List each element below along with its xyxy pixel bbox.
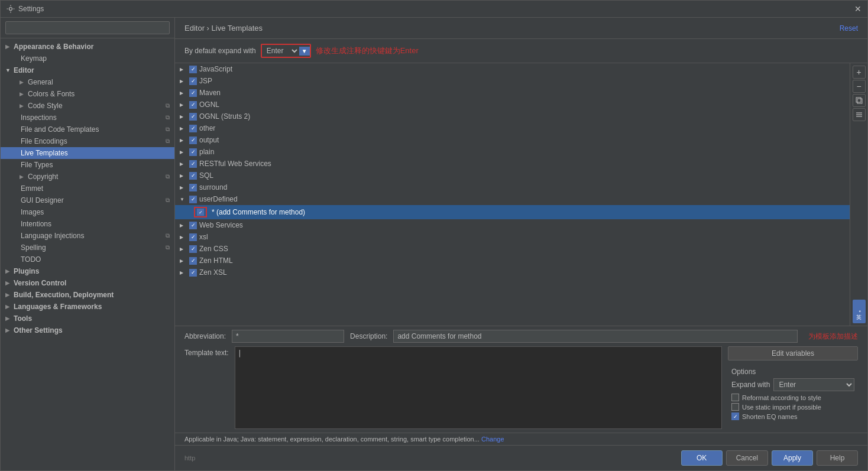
- group-arrow-icon: ▶: [180, 270, 187, 275]
- tpl-group-zen-css[interactable]: ▶ ✓ Zen CSS: [175, 243, 850, 255]
- tpl-group-userdefined[interactable]: ▼ ✓ userDefined: [175, 193, 850, 205]
- group-checkbox[interactable]: ✓: [189, 125, 197, 132]
- sidebar-item-live-templates[interactable]: Live Templates: [1, 147, 174, 159]
- description-input[interactable]: [393, 330, 798, 343]
- group-checkbox[interactable]: ✓: [189, 269, 197, 277]
- sidebar-item-file-encodings[interactable]: File Encodings ⧉: [1, 135, 174, 147]
- sidebar-item-copyright[interactable]: ▶ Copyright ⧉: [1, 171, 174, 183]
- group-checkbox[interactable]: ✓: [189, 137, 197, 144]
- edit-variables-button[interactable]: Edit variables: [728, 346, 858, 360]
- group-checkbox[interactable]: ✓: [189, 222, 197, 229]
- sidebar-item-code-style[interactable]: ▶ Code Style ⧉: [1, 100, 174, 112]
- group-checkbox[interactable]: ✓: [189, 196, 197, 203]
- copy-icon: ⧉: [166, 197, 170, 204]
- tpl-group-plain[interactable]: ▶ ✓ plain: [175, 146, 850, 158]
- tpl-group-ognl[interactable]: ▶ ✓ OGNL: [175, 99, 850, 111]
- arrow-icon: ▶: [20, 174, 25, 180]
- tpl-group-web-services[interactable]: ▶ ✓ Web Services: [175, 219, 850, 231]
- group-checkbox[interactable]: ✓: [189, 89, 197, 97]
- move-template-button[interactable]: [853, 108, 866, 121]
- sidebar-item-tools[interactable]: ▶ Tools: [1, 313, 174, 324]
- sidebar-item-plugins[interactable]: ▶ Plugins: [1, 265, 174, 277]
- sidebar-item-version-control[interactable]: ▶ Version Control: [1, 277, 174, 289]
- template-text-editor[interactable]: |: [235, 346, 722, 429]
- sidebar-item-intentions[interactable]: Intentions: [1, 218, 174, 230]
- sidebar-item-colors-fonts[interactable]: ▶ Colors & Fonts: [1, 88, 174, 100]
- sidebar-item-label: General: [28, 78, 53, 86]
- expand-select[interactable]: Enter Tab Space: [262, 45, 299, 57]
- group-checkbox[interactable]: ✓: [189, 245, 197, 253]
- reformat-label: Reformat according to style: [742, 394, 821, 401]
- dialog-body: ▶ Appearance & Behavior Keymap ▼ Editor …: [1, 18, 867, 470]
- group-checkbox[interactable]: ✓: [189, 172, 197, 180]
- remove-template-button[interactable]: −: [853, 80, 866, 93]
- svg-rect-2: [856, 98, 861, 102]
- sidebar-item-todo[interactable]: TODO: [1, 254, 174, 265]
- apply-button[interactable]: Apply: [772, 450, 813, 466]
- search-box: [1, 18, 174, 38]
- group-checkbox[interactable]: ✓: [189, 233, 197, 241]
- sidebar-item-editor[interactable]: ▼ Editor: [1, 64, 174, 76]
- add-template-button[interactable]: +: [853, 66, 866, 79]
- tpl-group-sql[interactable]: ▶ ✓ SQL: [175, 170, 850, 181]
- expand-with-select[interactable]: Enter Tab Space: [773, 378, 854, 391]
- group-checkbox[interactable]: ✓: [189, 113, 197, 121]
- group-checkbox[interactable]: ✓: [189, 160, 197, 168]
- close-button[interactable]: ✕: [854, 4, 861, 14]
- expand-dropdown-button[interactable]: ▼: [299, 47, 310, 56]
- tpl-group-ognl-struts[interactable]: ▶ ✓ OGNL (Struts 2): [175, 111, 850, 122]
- reset-link[interactable]: Reset: [840, 24, 858, 33]
- applicable-text: Applicable in Java; Java: statement, exp…: [184, 436, 480, 443]
- group-checkbox[interactable]: ✓: [189, 184, 197, 191]
- sidebar-item-gui-designer[interactable]: GUI Designer ⧉: [1, 194, 174, 206]
- ok-button[interactable]: OK: [681, 450, 723, 466]
- sidebar-item-other-settings[interactable]: ▶ Other Settings: [1, 324, 174, 336]
- svg-point-0: [9, 8, 12, 11]
- group-checkbox[interactable]: ✓: [189, 257, 197, 265]
- group-checkbox[interactable]: ✓: [189, 148, 197, 156]
- tpl-group-zen-xsl[interactable]: ▶ ✓ Zen XSL: [175, 267, 850, 278]
- abbreviation-input[interactable]: [232, 330, 344, 343]
- language-button[interactable]: 英*: [853, 300, 866, 323]
- tpl-group-javascript[interactable]: ▶ ✓ JavaScript: [175, 63, 850, 75]
- tpl-item-add-comments[interactable]: ✓ * (add Comments for method): [175, 205, 850, 219]
- sidebar-item-keymap[interactable]: Keymap: [1, 53, 174, 64]
- content-header: Editor › Live Templates Reset: [175, 18, 867, 39]
- group-checkbox[interactable]: ✓: [189, 77, 197, 85]
- sidebar-item-file-code-templates[interactable]: File and Code Templates ⧉: [1, 124, 174, 135]
- tpl-group-maven[interactable]: ▶ ✓ Maven: [175, 87, 850, 99]
- sidebar-item-spelling[interactable]: Spelling ⧉: [1, 242, 174, 254]
- sidebar-item-label: Version Control: [14, 279, 66, 287]
- sidebar-item-languages-frameworks[interactable]: ▶ Languages & Frameworks: [1, 301, 174, 313]
- sidebar-item-images[interactable]: Images: [1, 206, 174, 218]
- sidebar-item-general[interactable]: ▶ General: [1, 76, 174, 88]
- item-checkbox[interactable]: ✓: [197, 209, 204, 216]
- group-checkbox[interactable]: ✓: [189, 101, 197, 109]
- tpl-group-other[interactable]: ▶ ✓ other: [175, 122, 850, 134]
- sidebar-item-emmet[interactable]: Emmet: [1, 183, 174, 194]
- sidebar-item-build-exec-deploy[interactable]: ▶ Build, Execution, Deployment: [1, 289, 174, 301]
- search-input[interactable]: [5, 21, 170, 34]
- cancel-button[interactable]: Cancel: [726, 450, 768, 466]
- sidebar-item-appearance[interactable]: ▶ Appearance & Behavior: [1, 41, 174, 53]
- tpl-group-surround[interactable]: ▶ ✓ surround: [175, 181, 850, 193]
- shorten-eq-checkbox[interactable]: ✓: [731, 412, 739, 420]
- copy-template-button[interactable]: [853, 94, 866, 107]
- sidebar-item-language-injections[interactable]: Language Injections ⧉: [1, 230, 174, 242]
- sidebar-item-label: Plugins: [14, 267, 39, 275]
- group-checkbox[interactable]: ✓: [189, 66, 197, 73]
- help-button[interactable]: Help: [817, 450, 858, 466]
- reformat-checkbox[interactable]: [731, 394, 739, 401]
- arrow-icon: ▶: [5, 304, 11, 310]
- static-import-checkbox[interactable]: [731, 403, 739, 411]
- tpl-group-restful[interactable]: ▶ ✓ RESTful Web Services: [175, 158, 850, 170]
- change-link[interactable]: Change: [481, 436, 504, 443]
- options-group: Options Expand with Enter Tab Space: [728, 364, 858, 425]
- group-label: Zen XSL: [199, 268, 227, 277]
- tpl-group-zen-html[interactable]: ▶ ✓ Zen HTML: [175, 255, 850, 267]
- tpl-group-jsp[interactable]: ▶ ✓ JSP: [175, 75, 850, 87]
- sidebar-item-file-types[interactable]: File Types: [1, 159, 174, 171]
- tpl-group-xsl[interactable]: ▶ ✓ xsl: [175, 231, 850, 243]
- tpl-group-output[interactable]: ▶ ✓ output: [175, 134, 850, 146]
- sidebar-item-inspections[interactable]: Inspections ⧉: [1, 112, 174, 124]
